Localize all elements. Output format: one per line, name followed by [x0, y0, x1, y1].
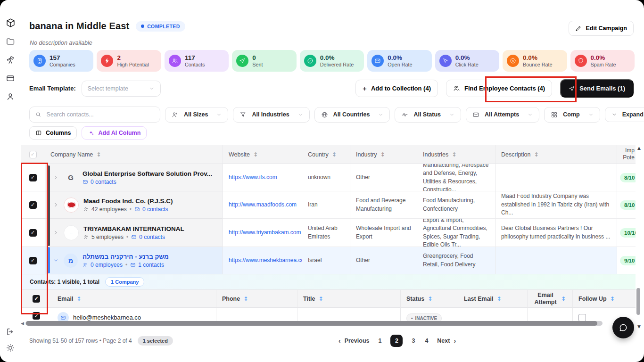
sort-icon[interactable] — [96, 151, 101, 158]
row-checkbox[interactable] — [29, 257, 37, 264]
search-input[interactable] — [46, 111, 154, 118]
contact-column-status[interactable]: Status — [400, 290, 458, 308]
expand-all-button[interactable]: Expand All — [605, 107, 644, 122]
stat-value: 0.0% — [320, 54, 354, 62]
page-button-2-active[interactable]: 2 — [390, 335, 403, 347]
edit-campaign-button[interactable]: Edit Campaign — [569, 21, 634, 36]
contact-column-follow-up[interactable]: Follow Up — [572, 290, 636, 308]
filter-all-status[interactable]: All Status — [395, 107, 461, 123]
contact-column-title[interactable]: Title — [297, 290, 400, 308]
company-count-badge[interactable]: 1 Company — [105, 277, 144, 287]
website-link[interactable]: http://www.triyambakam.com — [229, 229, 301, 237]
logo-cube-icon[interactable] — [6, 18, 16, 28]
sort-icon[interactable] — [76, 296, 81, 302]
column-header-company[interactable]: Company Name — [45, 145, 223, 164]
contact-column-email[interactable]: Email — [52, 290, 216, 308]
template-bar: Email Template: Select template + Add to… — [29, 79, 634, 98]
contacts-link[interactable]: 0 contacts — [83, 179, 116, 185]
sort-icon[interactable] — [534, 151, 539, 158]
contacts-select-all-checkbox[interactable] — [33, 295, 40, 303]
person-icon[interactable] — [6, 92, 15, 101]
scroll-down-arrow-icon[interactable]: ▼ — [637, 324, 641, 329]
telescope-icon[interactable] — [6, 55, 15, 65]
column-header-industry[interactable]: Industry — [350, 145, 417, 164]
website-link[interactable]: https://www.ifs.com — [229, 173, 277, 181]
contact-column-last-email[interactable]: Last Email — [458, 290, 527, 308]
vertical-scroll-thumb[interactable] — [636, 288, 640, 315]
filter-all-sizes[interactable]: All Sizes — [165, 107, 228, 123]
sort-icon[interactable] — [428, 296, 432, 302]
contact-column-email-attempt[interactable]: Email Attempt — [527, 290, 572, 308]
wallet-icon[interactable] — [6, 74, 15, 83]
contacts-link[interactable]: 0 contacts — [131, 234, 165, 240]
horizontal-scroll-thumb[interactable] — [26, 321, 597, 326]
sort-icon[interactable] — [380, 151, 385, 158]
description-cell — [495, 247, 617, 274]
column-header-country[interactable]: Country — [302, 145, 350, 164]
inner-vertical-scrollbar[interactable] — [48, 165, 50, 246]
chevron-right-icon[interactable] — [53, 202, 59, 208]
sort-icon[interactable] — [610, 296, 615, 302]
circle-x-icon — [507, 55, 519, 67]
row-checkbox[interactable] — [29, 229, 37, 237]
scroll-up-arrow-icon[interactable]: ▲ — [637, 146, 641, 150]
page-button-1[interactable]: 1 — [377, 337, 382, 344]
add-ai-column-button[interactable]: Add AI Column — [82, 126, 147, 140]
sort-icon[interactable] — [243, 296, 248, 302]
sort-icon[interactable] — [452, 151, 456, 158]
envelope-icon — [372, 55, 384, 67]
stat-card-companies: 157Companies — [29, 50, 93, 72]
send-emails-button[interactable]: Send Emails (1) — [560, 79, 634, 98]
previous-page-button[interactable]: ‹Previous — [339, 337, 369, 345]
website-link[interactable]: https://www.meshekbarnea.co.il — [229, 256, 302, 264]
column-header-potential[interactable]: ImpPote — [617, 145, 636, 164]
contacts-link[interactable]: 0 contacts — [134, 206, 168, 213]
status-badge: COMPLETED — [136, 21, 185, 32]
filter-all-industries[interactable]: All Industries — [233, 107, 309, 123]
sort-icon[interactable] — [561, 296, 566, 302]
company-name[interactable]: Maad Foods Ind. Co. (P.J.S.C) — [83, 197, 173, 205]
stat-value: 0.0% — [523, 54, 552, 62]
sort-icon[interactable] — [253, 151, 258, 158]
row-checkbox[interactable] — [29, 201, 37, 209]
send-icon — [569, 85, 575, 92]
website-link[interactable]: http://www.maadfoods.com — [229, 201, 297, 209]
theme-sun-icon[interactable] — [6, 343, 15, 353]
sort-icon[interactable] — [332, 151, 337, 158]
contacts-link[interactable]: 1 contacts — [130, 262, 164, 268]
column-header-industries[interactable]: Industries — [417, 145, 495, 164]
scroll-left-arrow-icon[interactable]: ◀ — [21, 321, 24, 326]
find-employee-contacts-button[interactable]: Find Employee Contacts (4) — [446, 80, 552, 97]
company-name[interactable]: משק ברנע - הירקניה במשתלה — [83, 253, 169, 260]
chevron-down-icon — [378, 112, 383, 117]
company-name[interactable]: Global Enterprise Software Solution Prov… — [83, 170, 212, 177]
column-header-website[interactable]: Website — [223, 145, 302, 164]
chevron-down-icon[interactable] — [53, 257, 59, 263]
stat-value: 2 — [117, 54, 149, 62]
filter-all-attempts[interactable]: All Attempts — [466, 107, 539, 123]
chat-bubble-button[interactable] — [612, 317, 634, 338]
page-button-3[interactable]: 3 — [411, 337, 416, 344]
template-select[interactable]: Select template — [82, 81, 161, 97]
company-name[interactable]: TRIYAMBAKAM INTERNATIONAL — [83, 225, 184, 232]
filter-all-countries[interactable]: All Countries — [314, 107, 390, 123]
row-checkbox[interactable] — [29, 174, 37, 181]
next-page-button[interactable]: Next› — [437, 337, 456, 345]
select-all-checkbox[interactable] — [29, 151, 37, 158]
contact-checkbox[interactable] — [33, 312, 40, 320]
potential-score-badge: 8/10 — [620, 200, 636, 210]
add-to-collection-button[interactable]: + Add to Collection (4) — [355, 80, 438, 97]
page-button-4[interactable]: 4 — [424, 337, 429, 344]
chevron-right-icon[interactable] — [53, 230, 59, 236]
chevron-right-icon[interactable] — [53, 174, 59, 181]
logout-icon[interactable] — [6, 327, 15, 337]
sort-icon[interactable] — [318, 296, 323, 302]
stat-card-high-potential: 2High Potential — [97, 50, 161, 72]
column-header-description[interactable]: Description — [495, 145, 617, 164]
sort-icon[interactable] — [497, 296, 502, 302]
horizontal-scroll-track[interactable] — [25, 321, 603, 326]
filter-comp[interactable]: Comp — [544, 107, 600, 123]
folder-icon[interactable] — [6, 37, 15, 46]
columns-button[interactable]: Columns — [29, 126, 77, 140]
contact-column-phone[interactable]: Phone — [216, 290, 297, 308]
